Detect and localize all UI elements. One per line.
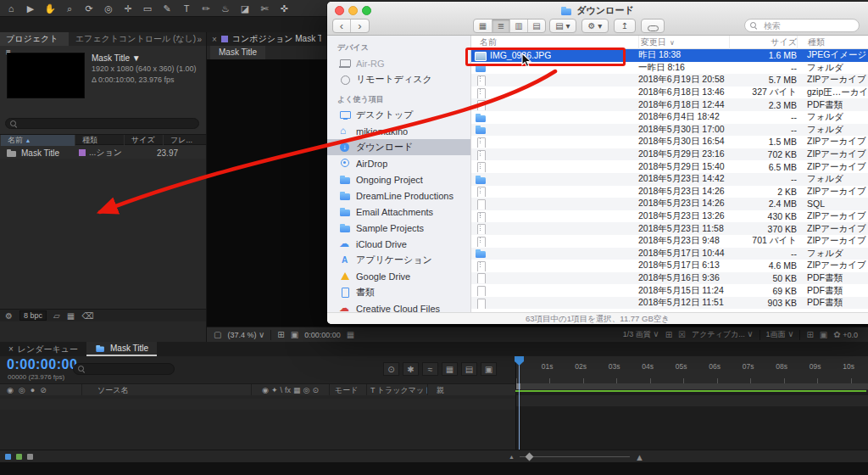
- file-row[interactable]: 2018年6月19日 20:58 5.7 MB ZIPアーカイブ: [471, 74, 868, 87]
- zoom-slider-handle[interactable]: [525, 453, 533, 461]
- camera-select[interactable]: アクティブカ... ∨: [692, 329, 754, 340]
- column-size[interactable]: サイズ: [729, 36, 797, 49]
- sidebar-item[interactable]: デスクトップ: [327, 107, 470, 123]
- coverflow-view-button[interactable]: ▤: [527, 20, 545, 32]
- pen-tool-icon[interactable]: ✎: [161, 0, 173, 17]
- file-row[interactable]: 2018年5月15日 11:24 69 KB PDF書類: [471, 284, 868, 297]
- file-row[interactable]: 2018年6月18日 12:44 2.3 MB PDF書類: [471, 98, 868, 111]
- new-composition-icon[interactable]: ▦: [67, 311, 75, 321]
- sidebar-item[interactable]: Email Attachments: [327, 204, 470, 220]
- motion-blur-icon[interactable]: ▤: [461, 362, 477, 376]
- graph-editor-icon[interactable]: ▣: [481, 362, 497, 376]
- tab-render-queue[interactable]: ×レンダーキュー: [0, 342, 86, 356]
- zoom-window-button[interactable]: [362, 6, 371, 15]
- exposure-control[interactable]: ✿ +0.0: [833, 330, 858, 339]
- timeline-ruler[interactable]: 01s02s03s04s05s06s07s08s09s10s: [515, 356, 868, 383]
- region-of-interest-icon[interactable]: ▣: [291, 330, 298, 339]
- file-row[interactable]: 2018年5月23日 14:26 2 KB ZIPアーカイブ: [471, 186, 868, 198]
- comp-flowchart-icon[interactable]: ⊙: [383, 362, 399, 376]
- eraser-tool-icon[interactable]: ◪: [239, 0, 251, 17]
- camera-tool-icon[interactable]: ◎: [103, 0, 114, 17]
- forward-button[interactable]: ›: [351, 20, 369, 32]
- column-source-name[interactable]: ソース名: [81, 384, 251, 396]
- timeline-toggle-icon[interactable]: [5, 454, 11, 460]
- sidebar-item[interactable]: アプリケーション: [327, 252, 470, 268]
- close-tab-icon[interactable]: ×: [8, 342, 14, 356]
- new-folder-icon[interactable]: ▱: [53, 311, 60, 321]
- clone-stamp-tool-icon[interactable]: ♨: [220, 0, 231, 17]
- viewer-tab-mask-title[interactable]: Mask Title: [210, 46, 265, 59]
- column-name[interactable]: 名前: [471, 36, 638, 48]
- roto-brush-tool-icon[interactable]: ✄: [259, 0, 270, 17]
- shape-tool-icon[interactable]: ▭: [142, 0, 153, 17]
- search-input[interactable]: [762, 20, 847, 31]
- column-parent[interactable]: 親: [427, 384, 515, 396]
- file-row[interactable]: 2018年5月12日 11:51 903 KB PDF書類: [471, 297, 868, 310]
- sidebar-item[interactable]: Sample Projects: [327, 220, 470, 236]
- pan-behind-tool-icon[interactable]: ✛: [122, 0, 134, 17]
- tab-effect-controls[interactable]: エフェクトコントロール (なし): [69, 32, 198, 46]
- file-row[interactable]: 2018年6月4日 18:42 -- フォルダ: [471, 111, 868, 124]
- close-window-button[interactable]: [335, 6, 344, 15]
- file-row[interactable]: 2018年5月23日 14:42 -- フォルダ: [471, 173, 868, 186]
- snapshot-icon[interactable]: ▦: [347, 330, 354, 339]
- sidebar-item[interactable]: ダウンロード: [327, 139, 470, 155]
- hand-tool-icon[interactable]: ✋: [44, 0, 56, 17]
- always-preview-icon[interactable]: ▢: [214, 330, 221, 339]
- column-track-matte[interactable]: T トラックマット: [366, 384, 427, 396]
- frame-blend-icon[interactable]: ▦: [442, 362, 458, 376]
- file-row[interactable]: 2018年5月23日 14:26 2.4 MB SQL: [471, 198, 868, 210]
- fast-previews-icon[interactable]: ⊞: [665, 330, 672, 339]
- sidebar-item[interactable]: リモートディスク: [327, 71, 470, 87]
- tab-timeline-mask-title[interactable]: Mask Title: [86, 342, 157, 356]
- rotation-tool-icon[interactable]: ⟳: [83, 0, 95, 17]
- panel-overflow-icon[interactable]: »: [197, 35, 206, 44]
- sidebar-item[interactable]: Air-RG: [327, 55, 470, 71]
- sidebar-item[interactable]: mikiomakino: [327, 123, 470, 139]
- delete-icon[interactable]: ⌫: [81, 311, 93, 321]
- icon-view-button[interactable]: ▦: [474, 20, 492, 32]
- sidebar-item[interactable]: 書類: [327, 284, 470, 300]
- zoom-in-icon[interactable]: ▲: [635, 452, 644, 462]
- file-row[interactable]: 2018年5月29日 23:16 702 KB ZIPアーカイブ: [471, 148, 868, 161]
- timeline-search-input[interactable]: [90, 364, 174, 374]
- timeline-toggle-icon[interactable]: [27, 454, 33, 460]
- file-row[interactable]: 2018年5月23日 11:58 370 KB ZIPアーカイブ: [471, 222, 868, 235]
- column-kind[interactable]: 種類: [797, 36, 868, 49]
- channels-icon[interactable]: ▣: [820, 330, 827, 339]
- column-type[interactable]: 種類: [75, 135, 124, 146]
- timeline-zoom-control[interactable]: ▲ ▲: [509, 450, 644, 463]
- tags-button[interactable]: [641, 19, 665, 33]
- tab-composition[interactable]: コンポジション Mask T...: [232, 33, 321, 45]
- project-item-title[interactable]: Mask Title ▼: [92, 53, 197, 64]
- tab-project[interactable]: プロジェクト ≡: [0, 32, 69, 46]
- share-button[interactable]: ↥: [614, 19, 636, 33]
- sidebar-item[interactable]: AirDrop: [327, 155, 470, 171]
- zoom-out-icon[interactable]: ▲: [509, 454, 515, 460]
- selection-tool-icon[interactable]: ▶: [25, 0, 36, 17]
- brush-tool-icon[interactable]: ✏: [200, 0, 212, 17]
- work-area-bar[interactable]: [515, 383, 868, 389]
- resolution-select[interactable]: 1/3 画質 ∨: [623, 329, 659, 340]
- column-view-button[interactable]: ▥: [509, 20, 527, 32]
- arrange-menu-button[interactable]: ▤ ▾: [549, 19, 576, 33]
- column-date-modified[interactable]: 変更日∨: [638, 36, 729, 49]
- project-list-empty-area[interactable]: [0, 159, 206, 309]
- puppet-pin-tool-icon[interactable]: ✜: [278, 0, 290, 17]
- comp-timecode[interactable]: 0:00:00:00: [304, 331, 341, 339]
- sidebar-item[interactable]: DreamLine Productions: [327, 187, 470, 204]
- file-row[interactable]: 2018年6月18日 13:46 327 バイト gzip圧…ーカイブ: [471, 87, 868, 99]
- shy-layers-icon[interactable]: ≈: [422, 362, 438, 376]
- file-row[interactable]: 2018年5月30日 16:54 1.5 MB ZIPアーカイブ: [471, 136, 868, 148]
- list-view-button[interactable]: ≣: [492, 20, 509, 32]
- sidebar-item[interactable]: Creative Cloud Files: [327, 300, 470, 312]
- back-button[interactable]: ‹: [333, 20, 351, 32]
- interpret-footage-icon[interactable]: ⚙: [5, 311, 13, 321]
- timeline-toggle-icon[interactable]: [16, 454, 22, 460]
- transparency-grid-icon[interactable]: ☒: [678, 330, 686, 339]
- minimize-window-button[interactable]: [348, 6, 358, 15]
- file-row[interactable]: 2018年5月17日 6:13 4.6 MB ZIPアーカイブ: [471, 260, 868, 272]
- column-frame-rate[interactable]: フレ...: [163, 135, 207, 146]
- current-time-display[interactable]: 0:00:00:00: [7, 357, 77, 372]
- type-tool-icon[interactable]: T: [181, 0, 192, 17]
